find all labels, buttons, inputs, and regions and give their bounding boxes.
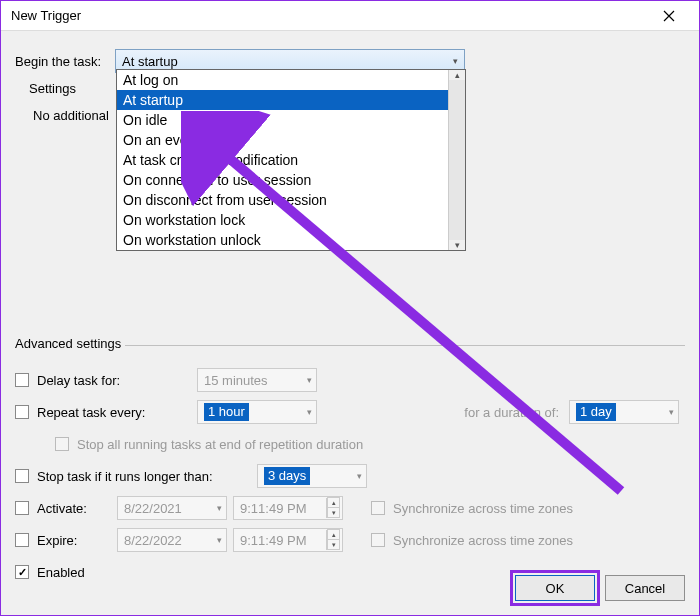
dropdown-option[interactable]: At log on: [117, 70, 448, 90]
expire-label: Expire:: [37, 533, 117, 548]
expire-checkbox[interactable]: [15, 533, 29, 547]
dialog-footer: OK Cancel: [515, 575, 685, 601]
chevron-down-icon: ▾: [307, 375, 312, 385]
duration-label: for a duration of:: [464, 405, 559, 420]
expire-date-field[interactable]: 8/22/2022 ▾: [117, 528, 227, 552]
sync-expire-label: Synchronize across time zones: [393, 533, 573, 548]
chevron-down-icon: ▾: [669, 407, 674, 417]
delay-value-field[interactable]: 15 minutes ▾: [197, 368, 317, 392]
activate-checkbox[interactable]: [15, 501, 29, 515]
scroll-track[interactable]: [449, 80, 465, 240]
dropdown-option[interactable]: On an event: [117, 130, 448, 150]
stop-all-row: Stop all running tasks at end of repetit…: [15, 431, 685, 457]
stop-if-value-field[interactable]: 3 days ▾: [257, 464, 367, 488]
repeat-label: Repeat task every:: [37, 405, 197, 420]
stop-all-checkbox: [55, 437, 69, 451]
activate-date-field[interactable]: 8/22/2021 ▾: [117, 496, 227, 520]
cancel-button[interactable]: Cancel: [605, 575, 685, 601]
calendar-icon: ▾: [217, 535, 222, 545]
dropdown-scrollbar[interactable]: ▴ ▾: [448, 70, 465, 250]
repeat-checkbox[interactable]: [15, 405, 29, 419]
dropdown-option[interactable]: On workstation unlock: [117, 230, 448, 250]
stop-all-label: Stop all running tasks at end of repetit…: [77, 437, 363, 452]
ok-button[interactable]: OK: [515, 575, 595, 601]
activate-time-field[interactable]: 9:11:49 PM ▴▾: [233, 496, 343, 520]
delay-row: Delay task for: 15 minutes ▾: [15, 367, 685, 393]
expire-time-field[interactable]: 9:11:49 PM ▴▾: [233, 528, 343, 552]
activate-row: Activate: 8/22/2021 ▾ 9:11:49 PM ▴▾ Sync…: [15, 495, 685, 521]
delay-value: 15 minutes: [204, 373, 268, 388]
advanced-legend: Advanced settings: [15, 336, 125, 351]
scroll-down-icon[interactable]: ▾: [455, 240, 460, 250]
begin-task-value: At startup: [122, 54, 178, 69]
stop-if-row: Stop task if it runs longer than: 3 days…: [15, 463, 685, 489]
activate-date: 8/22/2021: [124, 501, 182, 516]
enabled-label: Enabled: [37, 565, 85, 580]
ok-button-label: OK: [546, 581, 565, 596]
expire-row: Expire: 8/22/2022 ▾ 9:11:49 PM ▴▾ Synchr…: [15, 527, 685, 553]
time-spinner[interactable]: ▴▾: [326, 498, 340, 518]
stop-if-checkbox[interactable]: [15, 469, 29, 483]
begin-task-dropdown[interactable]: At log on At startup On idle On an event…: [116, 69, 466, 251]
dropdown-option[interactable]: On disconnect from user session: [117, 190, 448, 210]
calendar-icon: ▾: [217, 503, 222, 513]
sync-activate-label: Synchronize across time zones: [393, 501, 573, 516]
titlebar: New Trigger: [1, 1, 699, 31]
close-button[interactable]: [649, 1, 689, 31]
expire-date: 8/22/2022: [124, 533, 182, 548]
dropdown-list: At log on At startup On idle On an event…: [117, 70, 448, 250]
time-spinner[interactable]: ▴▾: [326, 530, 340, 550]
expire-time: 9:11:49 PM: [240, 533, 307, 548]
window-title: New Trigger: [11, 8, 649, 23]
chevron-down-icon: ▾: [453, 56, 458, 66]
dropdown-option[interactable]: On workstation lock: [117, 210, 448, 230]
dropdown-option[interactable]: At startup: [117, 90, 448, 110]
dialog-content: Begin the task: At startup ▾ Settings No…: [1, 31, 699, 585]
enabled-checkbox[interactable]: [15, 565, 29, 579]
repeat-value: 1 hour: [204, 403, 249, 421]
sync-activate-checkbox: [371, 501, 385, 515]
delay-label: Delay task for:: [37, 373, 197, 388]
sync-expire-checkbox: [371, 533, 385, 547]
stop-if-label: Stop task if it runs longer than:: [37, 469, 257, 484]
duration-value: 1 day: [576, 403, 616, 421]
chevron-down-icon: ▾: [307, 407, 312, 417]
scroll-up-icon[interactable]: ▴: [455, 70, 460, 80]
advanced-settings-group: Advanced settings Delay task for: 15 min…: [15, 345, 685, 585]
delay-checkbox[interactable]: [15, 373, 29, 387]
stop-if-value: 3 days: [264, 467, 310, 485]
repeat-value-field[interactable]: 1 hour ▾: [197, 400, 317, 424]
activate-label: Activate:: [37, 501, 117, 516]
repeat-row: Repeat task every: 1 hour ▾ for a durati…: [15, 399, 685, 425]
begin-task-label: Begin the task:: [15, 54, 115, 69]
cancel-button-label: Cancel: [625, 581, 665, 596]
dropdown-option[interactable]: On connection to user session: [117, 170, 448, 190]
activate-time: 9:11:49 PM: [240, 501, 307, 516]
dropdown-option[interactable]: On idle: [117, 110, 448, 130]
dropdown-option[interactable]: At task creation/modification: [117, 150, 448, 170]
duration-value-field[interactable]: 1 day ▾: [569, 400, 679, 424]
chevron-down-icon: ▾: [357, 471, 362, 481]
